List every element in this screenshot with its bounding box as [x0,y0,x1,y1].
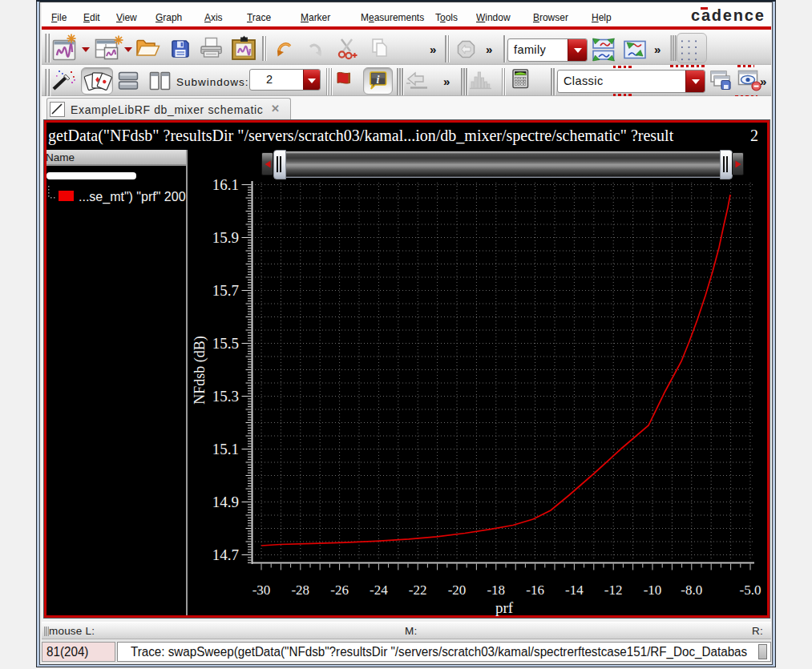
svg-text:-14: -14 [565,582,584,598]
svg-text:-5.0: -5.0 [740,582,762,598]
svg-text:16.1: 16.1 [212,176,239,193]
svg-text:-30: -30 [252,582,271,598]
svg-text:14.9: 14.9 [212,494,239,510]
svg-text:-12: -12 [604,582,623,598]
svg-text:-24: -24 [370,582,388,598]
svg-text:15.9: 15.9 [212,229,239,246]
svg-text:NFdsb (dB): NFdsb (dB) [192,336,208,405]
svg-text:15.3: 15.3 [212,388,239,405]
svg-text:-20: -20 [448,582,467,598]
svg-text:prf: prf [495,599,514,616]
svg-text:15.5: 15.5 [212,335,239,352]
svg-text:-26: -26 [330,582,349,598]
svg-text:-16: -16 [526,582,544,598]
svg-text:15.1: 15.1 [212,441,239,457]
svg-text:15.7: 15.7 [212,282,239,299]
svg-text:-28: -28 [291,582,309,598]
svg-text:-22: -22 [409,582,427,598]
svg-text:-8.0: -8.0 [681,582,702,598]
svg-text:14.7: 14.7 [212,546,239,563]
svg-text:-10: -10 [644,582,662,598]
svg-text:-18: -18 [487,582,505,598]
